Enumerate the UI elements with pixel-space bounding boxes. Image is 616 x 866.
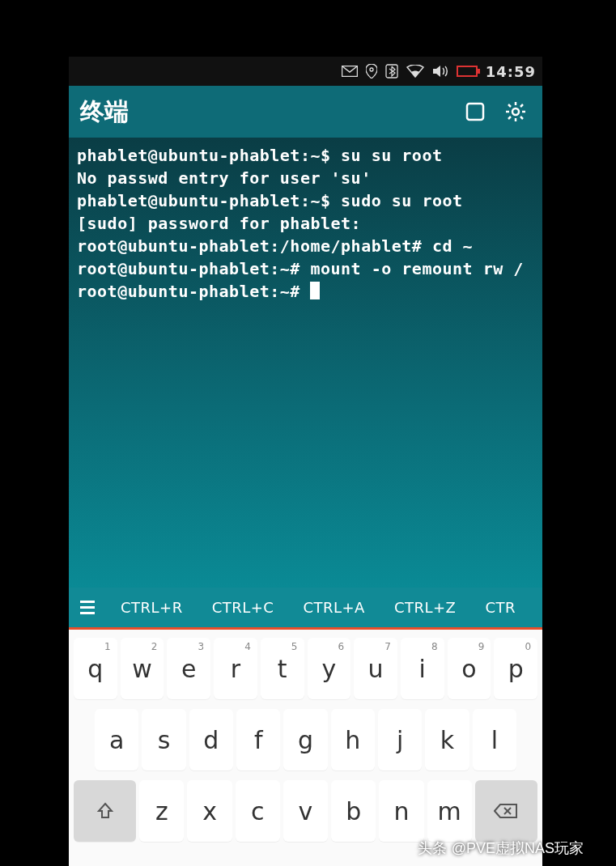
key-d[interactable]: d [189,709,233,770]
terminal-line: root@ubuntu-phablet:/home/phablet# cd ~ [77,236,473,256]
key-f[interactable]: f [236,709,280,770]
key-o[interactable]: 9o [448,638,491,699]
svg-line-11 [520,104,523,107]
key-p[interactable]: 0p [494,638,537,699]
key-x[interactable]: x [187,780,232,842]
battery-icon [457,66,478,77]
key-e[interactable]: 3e [167,638,210,699]
key-c[interactable]: c [236,780,280,842]
key-k[interactable]: k [425,709,469,770]
key-y[interactable]: 6y [308,638,351,699]
svg-line-9 [520,117,523,119]
keyboard: 1q 2w 3e 4r 5t 6y 7u 8i 9o 0p a s d f g … [69,630,542,866]
key-m[interactable]: m [427,780,472,842]
shortcut-ctrl-c[interactable]: CTRL+C [198,599,289,616]
volume-icon [432,65,448,78]
key-i[interactable]: 8i [401,638,444,699]
shortcut-ctrl-partial[interactable]: CTR [470,599,530,616]
key-q[interactable]: 1q [74,638,117,699]
bluetooth-icon [385,64,398,79]
key-u[interactable]: 7u [354,638,397,699]
app-title: 终端 [80,96,450,129]
key-a[interactable]: a [95,709,138,770]
terminal-line: root@ubuntu-phablet:~# [77,282,310,301]
clock-time: 14:59 [486,63,536,80]
terminal-line: phablet@ubuntu-phablet:~$ su su root [77,146,442,165]
watermark: 头条 @PVE虚拟NAS玩家 [418,838,584,858]
terminal-output[interactable]: phablet@ubuntu-phablet:~$ su su root No … [69,138,542,588]
key-b[interactable]: b [331,780,376,842]
shortcut-menu-button[interactable] [69,601,106,614]
key-l[interactable]: l [473,709,516,770]
watermark-text: @PVE虚拟NAS玩家 [452,838,584,858]
key-s[interactable]: s [142,709,185,770]
terminal-line: No passwd entry for user 'su' [77,168,372,188]
cursor [310,282,320,299]
key-z[interactable]: z [139,780,184,842]
svg-line-8 [508,104,511,107]
shortcut-ctrl-a[interactable]: CTRL+A [288,599,380,616]
backspace-icon [494,803,518,819]
key-w[interactable]: 2w [121,638,164,699]
keyboard-row-2: a s d f g h j k l [74,709,537,770]
shortcut-ctrl-r[interactable]: CTRL+R [106,599,198,616]
shortcut-ctrl-z[interactable]: CTRL+Z [380,599,471,616]
keyboard-row-3: z x c v b n m [74,780,537,842]
terminal-line: [sudo] password for phablet: [77,214,361,233]
keyboard-row-1: 1q 2w 3e 4r 5t 6y 7u 8i 9o 0p [74,638,537,699]
svg-line-10 [508,117,511,119]
settings-button[interactable] [500,96,531,127]
phone-frame: 14:59 终端 phablet@ubuntu-phablet:~$ su su… [0,0,616,866]
terminal-line: root@ubuntu-phablet:~# mount -o remount … [77,259,524,278]
key-h[interactable]: h [331,709,375,770]
shortcut-bar: CTRL+R CTRL+C CTRL+A CTRL+Z CTR [69,588,542,630]
key-g[interactable]: g [283,709,327,770]
watermark-prefix: 头条 [418,838,447,858]
shift-icon [96,802,114,820]
key-backspace[interactable] [475,780,537,842]
svg-rect-2 [467,104,483,120]
terminal-line: phablet@ubuntu-phablet:~$ sudo su root [77,191,463,210]
mail-icon [342,66,358,77]
key-n[interactable]: n [379,780,423,842]
key-shift[interactable] [74,780,136,842]
key-j[interactable]: j [378,709,422,770]
location-icon [366,64,377,79]
screen: 14:59 终端 phablet@ubuntu-phablet:~$ su su… [69,57,542,866]
title-bar: 终端 [69,86,542,138]
key-v[interactable]: v [283,780,328,842]
status-bar: 14:59 [69,57,542,86]
wifi-icon [406,65,424,78]
svg-point-3 [512,108,519,115]
tabs-button[interactable] [460,96,491,127]
key-r[interactable]: 4r [214,638,257,699]
key-t[interactable]: 5t [261,638,304,699]
